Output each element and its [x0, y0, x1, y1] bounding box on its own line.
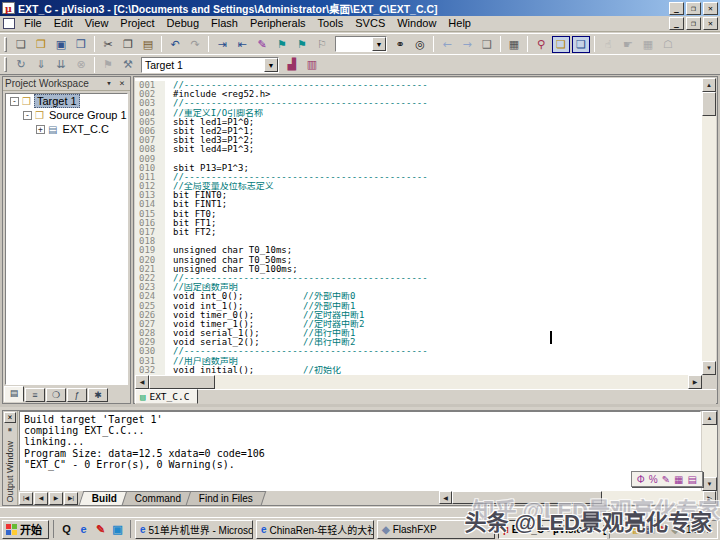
menu-window[interactable]: Window [391, 16, 442, 31]
next-bookmark-button[interactable]: ⚑ [273, 36, 291, 53]
undo-button[interactable]: ↶ [166, 36, 184, 53]
editor-hscrollbar[interactable]: ◀ ▶ [135, 375, 702, 389]
tab-find-in-files[interactable]: Find in Files [186, 491, 266, 505]
find-button[interactable]: ⚭ [391, 36, 409, 53]
tree-expander[interactable]: + [36, 125, 45, 134]
workspace-menu-button[interactable]: ▾ [103, 78, 115, 89]
outdent-button[interactable]: ⇤ [233, 36, 251, 53]
ime-halfwidth-icon[interactable]: % [649, 474, 658, 485]
print-preview-button[interactable]: ⚲ [532, 36, 550, 53]
output-vscrollbar[interactable]: ▲ ▼ [702, 411, 717, 491]
toolbar-grip[interactable] [4, 57, 7, 72]
clear-bookmarks-button[interactable]: ⚐ [313, 36, 331, 53]
minimize-button[interactable]: _ [669, 2, 684, 15]
indent-button[interactable]: ⇥ [213, 36, 231, 53]
menu-help[interactable]: Help [442, 16, 477, 31]
copy-button[interactable]: ❐ [119, 36, 137, 53]
menu-view[interactable]: View [79, 16, 115, 31]
tree-expander[interactable]: - [23, 111, 32, 120]
tab-command[interactable]: Command [122, 491, 195, 505]
output-window-toggle[interactable]: ❏ [572, 36, 590, 53]
tree-item-target-1[interactable]: -❐Target 1 [6, 94, 127, 108]
menu-tools[interactable]: Tools [312, 16, 350, 31]
scroll-down-icon[interactable]: ▼ [702, 477, 717, 491]
output-pin-icon[interactable]: ▪ [4, 424, 16, 435]
build-output[interactable]: Build target 'Target 1'compiling EXT_C.C… [19, 411, 701, 491]
qq-icon[interactable]: Q [59, 523, 74, 535]
menu-project[interactable]: Project [114, 16, 160, 31]
ime-language-icon[interactable]: Φ [637, 474, 645, 485]
taskbar-button[interactable]: eChinaRen-年轻人的大社... [256, 520, 374, 539]
scroll-left-icon[interactable]: ◀ [135, 375, 149, 389]
tree-item-ext-c-c[interactable]: +▤EXT_C.C [6, 122, 127, 136]
menu-debug[interactable]: Debug [161, 16, 205, 31]
project-workspace-toggle[interactable]: ❏ [552, 36, 570, 53]
prev-bookmark-button[interactable]: ⚑ [293, 36, 311, 53]
mdi-minimize-button[interactable]: _ [669, 17, 684, 30]
menu-flash[interactable]: Flash [205, 16, 244, 31]
tab-scroll-last-icon[interactable]: ▶| [64, 492, 78, 505]
scroll-up-icon[interactable]: ▲ [702, 411, 717, 425]
select-target-icon[interactable]: ▟ [283, 56, 301, 73]
scroll-left-icon[interactable]: ◀ [439, 491, 452, 504]
configure-flash-icon[interactable]: ▥ [303, 56, 321, 73]
tab-scroll-right-icon[interactable]: ▶ [49, 492, 63, 505]
files-tab[interactable]: ▤ [4, 386, 24, 402]
tab-scroll-first-icon[interactable]: |◀ [19, 492, 33, 505]
ime-keyboard-icon[interactable]: ▦ [674, 474, 683, 485]
find-in-files-button[interactable]: ◎ [411, 36, 429, 53]
chevron-down-icon[interactable]: ▼ [264, 58, 278, 72]
functions-tab[interactable]: ƒ [67, 388, 87, 402]
registers-tab[interactable]: ≡ [25, 388, 45, 402]
bookmark-doc-button[interactable]: ❑ [478, 36, 496, 53]
build-target-button[interactable]: ⇓ [32, 56, 50, 73]
restore-button[interactable]: ❐ [686, 2, 701, 15]
close-button[interactable]: ✕ [703, 2, 718, 15]
cut-button[interactable]: ✂ [99, 36, 117, 53]
menu-svcs[interactable]: SVCS [349, 16, 391, 31]
target-options-button[interactable]: ⚒ [119, 56, 137, 73]
find-text-combobox[interactable]: ▼ [335, 36, 387, 52]
workspace-close-icon[interactable]: × [116, 78, 128, 89]
ime-settings-icon[interactable]: ▤ [688, 474, 697, 485]
paste-button[interactable]: ▤ [139, 36, 157, 53]
open-file-button[interactable]: ❐ [32, 36, 50, 53]
tree-label: EXT_C.C [60, 123, 110, 135]
tree-expander[interactable]: - [10, 97, 19, 106]
print-button[interactable]: ▦ [505, 36, 523, 53]
scroll-up-icon[interactable]: ▲ [702, 78, 716, 92]
menu-peripherals[interactable]: Peripherals [244, 16, 312, 31]
tree-item-source-group-1[interactable]: -❐Source Group 1 [6, 108, 127, 122]
mdi-close-button[interactable]: ✕ [703, 17, 718, 30]
scroll-right-icon[interactable]: ▶ [688, 375, 702, 389]
hscroll-thumb[interactable] [149, 375, 215, 389]
output-close-icon[interactable]: × [4, 412, 16, 423]
menu-file[interactable]: File [18, 16, 48, 31]
file-tab[interactable]: ▤ EXT_C.C [135, 389, 198, 404]
scroll-down-icon[interactable]: ▼ [702, 361, 716, 375]
tab-scroll-left-icon[interactable]: ◀ [34, 492, 48, 505]
books-tab[interactable]: ❍ [46, 388, 66, 402]
save-button[interactable]: ▣ [52, 36, 70, 53]
ie-icon[interactable]: e [76, 523, 91, 535]
code-area[interactable]: 001//-----------------------------------… [135, 78, 702, 375]
mdi-restore-button[interactable]: ❐ [686, 17, 701, 30]
rebuild-all-button[interactable]: ⇊ [52, 56, 70, 73]
translate-file-button[interactable]: ↻ [12, 56, 30, 73]
save-all-button[interactable]: ❒ [72, 36, 90, 53]
toggle-bookmark-button[interactable]: ✎ [253, 36, 271, 53]
templates-tab[interactable]: ✱ [88, 388, 108, 402]
chevron-down-icon[interactable]: ▼ [372, 37, 386, 51]
ime-punctuation-icon[interactable]: ✎ [662, 474, 670, 485]
menu-edit[interactable]: Edit [48, 16, 79, 31]
taskbar-button[interactable]: e51单片机世界 - Microsof... [135, 520, 253, 539]
mdi-document-icon[interactable] [3, 18, 15, 29]
vscroll-thumb[interactable] [702, 92, 716, 116]
pen-tool-icon[interactable]: ✎ [93, 523, 108, 536]
media-icon[interactable]: ▣ [110, 523, 125, 536]
editor-vscrollbar[interactable]: ▲ ▼ [702, 78, 716, 375]
target-select[interactable]: Target 1 ▼ [141, 57, 279, 73]
new-file-button[interactable]: ❏ [12, 36, 30, 53]
start-button[interactable]: 开始 [2, 520, 49, 539]
toolbar-grip[interactable] [4, 37, 7, 52]
